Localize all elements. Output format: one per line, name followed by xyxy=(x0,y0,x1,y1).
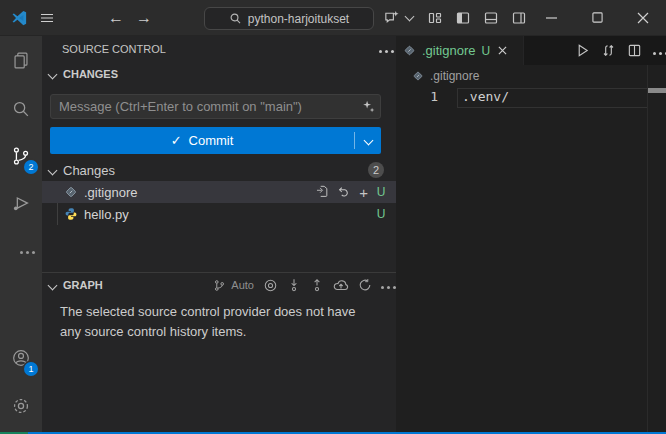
toggle-secondary-sidebar-icon[interactable] xyxy=(506,0,532,35)
source-control-panel: SOURCE CONTROL CHANGES ✓ Commit xyxy=(42,36,396,432)
untracked-status-label: U xyxy=(481,44,490,58)
check-icon: ✓ xyxy=(171,133,182,148)
target-icon[interactable] xyxy=(263,278,278,293)
minimize-button[interactable] xyxy=(536,0,566,35)
repo-branch-icon[interactable] xyxy=(213,279,226,292)
line-number: 1 xyxy=(396,89,438,104)
maximize-button[interactable] xyxy=(582,0,612,35)
explorer-icon[interactable] xyxy=(0,44,42,78)
overview-ruler[interactable] xyxy=(647,65,666,432)
gitignore-file-icon xyxy=(64,185,78,199)
editor-more-actions-icon[interactable] xyxy=(653,43,656,58)
command-center-search[interactable]: python-harjoitukset xyxy=(204,7,374,30)
chevron-down-icon[interactable] xyxy=(48,280,58,290)
accounts-badge: 1 xyxy=(24,362,38,376)
open-changes-icon[interactable] xyxy=(601,43,616,58)
toggle-panel-icon[interactable] xyxy=(478,0,504,35)
file-row-gitignore[interactable]: .gitignore + U xyxy=(42,181,396,203)
fetch-cloud-icon[interactable] xyxy=(333,277,349,293)
chevron-down-icon xyxy=(48,165,58,175)
go-forward-button[interactable]: → xyxy=(130,0,158,35)
code-editor[interactable]: 1 .venv/ xyxy=(396,87,666,432)
untracked-status-label: U xyxy=(376,207,386,221)
file-row-hello-py[interactable]: hello.py U xyxy=(42,203,396,225)
close-window-icon[interactable] xyxy=(628,0,658,35)
python-file-icon xyxy=(64,207,78,221)
tab-bar: .gitignore U xyxy=(396,36,666,65)
menu-icon[interactable] xyxy=(32,0,62,35)
generate-commit-message-icon[interactable] xyxy=(361,99,376,114)
commit-dropdown-button[interactable] xyxy=(355,127,381,154)
panel-title: SOURCE CONTROL xyxy=(62,43,166,55)
scrollbar-slider[interactable] xyxy=(648,88,666,93)
vscode-logo-icon xyxy=(6,0,32,35)
changes-tree-header[interactable]: Changes 2 xyxy=(42,159,396,181)
split-editor-icon[interactable] xyxy=(627,43,642,58)
source-control-icon[interactable]: 2 xyxy=(0,139,42,173)
settings-gear-icon[interactable] xyxy=(0,389,42,423)
discard-changes-icon[interactable] xyxy=(337,185,351,199)
close-tab-icon[interactable] xyxy=(498,46,507,55)
activity-bar: 2 1 xyxy=(0,36,42,432)
customize-layout-icon[interactable] xyxy=(422,0,448,35)
tab-gitignore[interactable]: .gitignore U xyxy=(396,36,524,65)
search-sidebar-icon[interactable] xyxy=(0,92,42,126)
stage-changes-icon[interactable]: + xyxy=(359,185,368,200)
open-file-icon[interactable] xyxy=(315,185,329,199)
graph-section-title: GRAPH xyxy=(63,279,103,291)
chevron-down-icon xyxy=(48,69,58,79)
breadcrumb[interactable]: .gitignore xyxy=(396,65,666,87)
title-bar: ← → python-harjoitukset xyxy=(0,0,666,36)
gitignore-file-icon xyxy=(403,44,416,57)
commit-button[interactable]: ✓ Commit xyxy=(50,127,381,154)
graph-empty-message: The selected source control provider doe… xyxy=(60,302,372,342)
pull-icon[interactable] xyxy=(287,278,301,292)
gitignore-file-icon xyxy=(412,70,424,82)
accounts-icon[interactable]: 1 xyxy=(0,341,42,375)
editor-group: .gitignore U xyxy=(396,36,666,432)
more-views-icon[interactable] xyxy=(0,235,42,269)
search-icon xyxy=(229,12,242,25)
toggle-primary-sidebar-icon[interactable] xyxy=(450,0,476,35)
code-line: .venv/ xyxy=(462,89,509,104)
untracked-status-label: U xyxy=(376,185,386,199)
go-back-button[interactable]: ← xyxy=(102,0,130,35)
commit-message-input[interactable] xyxy=(50,94,381,119)
workspace-title: python-harjoitukset xyxy=(248,12,349,26)
copilot-menu-chevron-icon[interactable] xyxy=(401,0,417,35)
scm-changes-badge: 2 xyxy=(24,160,38,174)
push-icon[interactable] xyxy=(310,278,324,292)
auto-repo-label[interactable]: Auto xyxy=(231,279,254,291)
changes-section-header[interactable]: CHANGES xyxy=(42,62,396,86)
graph-more-actions-icon[interactable] xyxy=(381,279,384,291)
refresh-icon[interactable] xyxy=(358,278,372,292)
copilot-icon[interactable] xyxy=(380,0,402,35)
run-file-icon[interactable] xyxy=(575,43,590,58)
run-debug-icon[interactable] xyxy=(0,187,42,221)
vscode-window: ← → python-harjoitukset xyxy=(0,0,666,434)
changes-count-badge: 2 xyxy=(368,162,384,178)
panel-more-actions-icon[interactable] xyxy=(379,43,382,55)
